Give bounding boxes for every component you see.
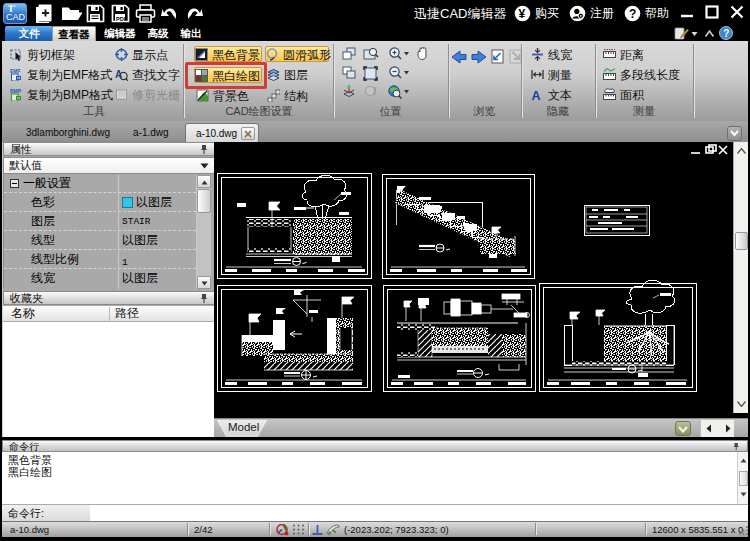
svg-text:BMP: BMP [10,88,22,94]
svg-text:¥: ¥ [519,7,526,21]
svg-text:A: A [532,89,541,102]
svg-text:?: ? [629,7,636,21]
svg-text:EMF: EMF [10,68,21,74]
svg-text:?: ? [723,28,729,39]
svg-text:PDF: PDF [116,16,128,22]
svg-text:CAD: CAD [6,12,26,22]
